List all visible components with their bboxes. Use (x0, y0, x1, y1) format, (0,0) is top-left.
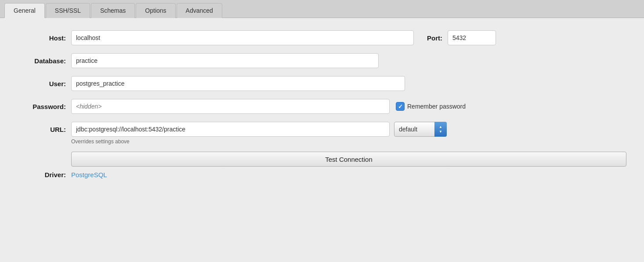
password-input[interactable] (71, 99, 390, 114)
remember-password-container: Remember password (396, 102, 466, 111)
port-input[interactable] (448, 30, 496, 45)
url-note: Overrides settings above (71, 138, 626, 145)
host-row: Host: Port: (18, 30, 626, 45)
user-input[interactable] (71, 76, 405, 91)
user-label: User: (18, 80, 66, 87)
driver-label: Driver: (18, 171, 66, 178)
url-row: URL: default (18, 122, 626, 137)
tab-bar: General SSH/SSL Schemas Options Advanced (0, 0, 644, 18)
tab-advanced[interactable]: Advanced (177, 3, 222, 18)
remember-password-label: Remember password (407, 103, 466, 110)
database-row: Database: (18, 53, 626, 68)
remember-password-checkbox[interactable] (396, 102, 405, 111)
tab-general[interactable]: General (4, 3, 45, 18)
url-label: URL: (18, 126, 66, 133)
host-input[interactable] (71, 30, 414, 45)
driver-select[interactable]: default (394, 122, 447, 137)
content-area: Host: Port: Database: User: Password: Re… (0, 18, 644, 262)
password-row: Password: Remember password (18, 99, 626, 114)
test-connection-button[interactable]: Test Connection (71, 152, 626, 167)
main-container: General SSH/SSL Schemas Options Advanced… (0, 0, 644, 262)
tab-schemas[interactable]: Schemas (91, 3, 135, 18)
driver-row: Driver: PostgreSQL (18, 171, 626, 178)
driver-select-wrapper: default (394, 122, 447, 137)
user-row: User: (18, 76, 626, 91)
url-input[interactable] (71, 122, 390, 137)
tab-options[interactable]: Options (136, 3, 175, 18)
database-label: Database: (18, 57, 66, 65)
driver-link[interactable]: PostgreSQL (71, 171, 107, 178)
host-label: Host: (18, 34, 66, 42)
url-section: URL: default Overrides settings above Te… (18, 122, 626, 167)
port-label: Port: (427, 34, 442, 42)
password-label: Password: (18, 103, 66, 110)
tab-ssh-ssl[interactable]: SSH/SSL (46, 3, 90, 18)
database-input[interactable] (71, 53, 379, 68)
